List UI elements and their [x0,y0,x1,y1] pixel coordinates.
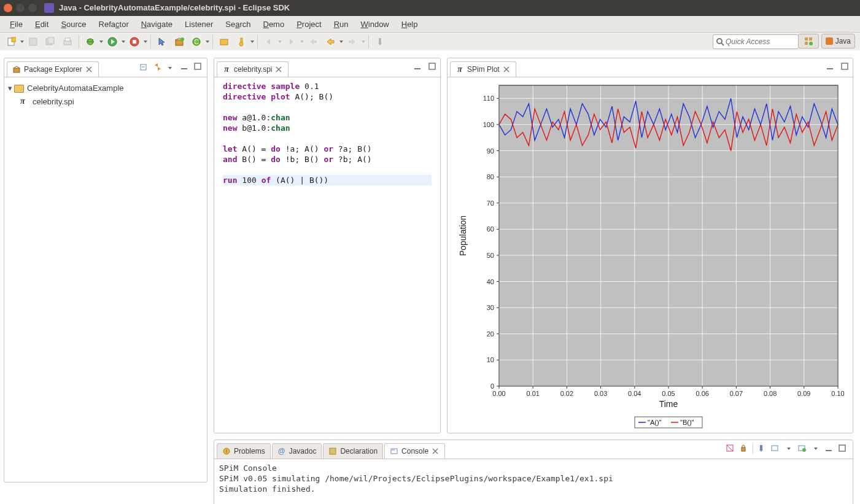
new-class-dropdown[interactable] [205,35,210,48]
maximize-console-button[interactable] [838,444,848,454]
menu-source[interactable]: Source [55,18,92,31]
prev-item-button[interactable] [261,34,276,49]
menu-window[interactable]: Window [355,18,395,31]
scroll-lock-button[interactable] [739,444,749,454]
window-minimize-button[interactable] [16,4,25,12]
back-dropdown[interactable] [339,35,344,48]
open-console-dropdown[interactable] [811,444,821,454]
declaration-tab[interactable]: Declaration [323,443,383,459]
menu-demo[interactable]: Demo [257,18,290,31]
collapse-all-button[interactable] [139,62,149,72]
link-with-editor-button[interactable] [153,62,163,72]
maximize-editor-button[interactable] [428,62,436,71]
declaration-label: Declaration [340,447,378,456]
svg-text:70: 70 [487,200,494,207]
display-selected-console-button[interactable] [770,444,780,454]
javadoc-tab[interactable]: @ Javadoc [272,443,322,459]
svg-rect-44 [195,63,201,69]
back-button[interactable] [323,34,338,49]
twisty-open-icon[interactable]: ▾ [7,83,13,93]
next-item-button[interactable] [284,34,298,49]
open-type-button[interactable] [217,34,231,49]
svg-marker-24 [290,39,293,45]
clear-console-button[interactable] [726,444,735,454]
spim-plot-tab[interactable]: π SPim Plot [450,61,516,77]
pin-console-button[interactable] [757,444,767,454]
package-explorer-tab[interactable]: Package Explorer [7,61,99,77]
eclipse-icon [44,3,54,13]
svg-point-145 [802,448,806,452]
menu-listener[interactable]: Listener [179,18,219,31]
minimize-view-button[interactable] [180,62,190,72]
console-output[interactable]: SPiM Console SPiM v0.05 simulating /home… [214,459,853,498]
new-dropdown[interactable] [20,35,25,48]
svg-text:80: 80 [487,173,494,180]
new-button[interactable] [4,34,18,49]
quick-access-input[interactable] [724,37,796,47]
open-console-button[interactable] [797,444,807,454]
svg-text:0.05: 0.05 [662,390,675,397]
svg-rect-52 [842,63,848,69]
save-all-button[interactable] [43,34,58,49]
pointer-button[interactable] [155,34,169,49]
close-icon[interactable] [432,448,440,455]
forward-dropdown[interactable] [361,35,366,48]
search-button[interactable] [234,34,249,49]
pin-button[interactable] [373,34,387,49]
menu-help[interactable]: Help [395,18,424,31]
run-external-dropdown[interactable] [143,35,148,48]
next-item-dropdown[interactable] [300,35,304,48]
menu-project[interactable]: Project [290,18,327,31]
prev-item-dropdown[interactable] [277,35,282,48]
svg-rect-4 [48,37,54,44]
problems-label: Problems [234,447,265,456]
project-row[interactable]: ▾ CelebrityAutomataExample [7,81,204,95]
window-close-button[interactable] [4,4,12,12]
console-tab[interactable]: Console [384,443,445,459]
editor-tab[interactable]: π celebrity.spi [217,61,289,77]
debug-dropdown[interactable] [99,35,104,48]
spim-plot-panel: π SPim Plot 0.000.010.020.030.040.050.06… [447,58,853,433]
save-button[interactable] [26,34,41,49]
last-edit-button[interactable] [306,34,320,49]
java-perspective-button[interactable]: Java [821,34,855,48]
window-titlebar: Java - CelebrityAutomataExample/celebrit… [0,0,860,16]
print-button[interactable] [60,34,75,49]
problems-tab[interactable]: ! Problems [217,443,271,459]
display-selected-console-dropdown[interactable] [784,444,794,454]
open-perspective-button[interactable] [798,34,819,48]
menu-refactor[interactable]: Refactor [93,18,135,31]
quick-access-box[interactable] [713,34,799,49]
menu-file[interactable]: File [4,18,29,31]
close-icon[interactable] [503,66,511,73]
run-button[interactable] [105,34,120,49]
maximize-view-button[interactable] [193,62,203,72]
minimize-console-button[interactable] [824,444,834,454]
code-editor[interactable]: directive sample 0.1 directive plot A();… [214,77,440,189]
forward-button[interactable] [345,34,360,49]
menu-search[interactable]: Search [219,18,257,31]
menu-navigate[interactable]: Navigate [135,18,179,31]
run-dropdown[interactable] [121,35,126,48]
menu-run[interactable]: Run [328,18,355,31]
svg-rect-147 [839,445,845,451]
view-menu-button[interactable] [166,62,176,72]
new-class-button[interactable]: C [189,34,204,49]
close-icon[interactable] [86,66,93,73]
debug-button[interactable] [83,34,98,49]
declaration-icon [328,447,337,456]
svg-rect-2 [29,38,37,45]
svg-text:0.09: 0.09 [797,390,810,397]
search-dropdown[interactable] [250,35,255,48]
window-maximize-button[interactable] [28,4,37,12]
menu-edit[interactable]: Edit [29,18,55,31]
minimize-plot-button[interactable] [826,62,834,71]
maximize-plot-button[interactable] [840,62,849,71]
close-icon[interactable] [276,66,283,73]
svg-point-17 [180,37,184,41]
svg-marker-142 [759,449,763,452]
minimize-editor-button[interactable] [413,62,422,71]
run-external-button[interactable] [127,34,142,49]
new-package-button[interactable] [172,34,187,49]
file-row[interactable]: π celebrity.spi [7,95,204,108]
